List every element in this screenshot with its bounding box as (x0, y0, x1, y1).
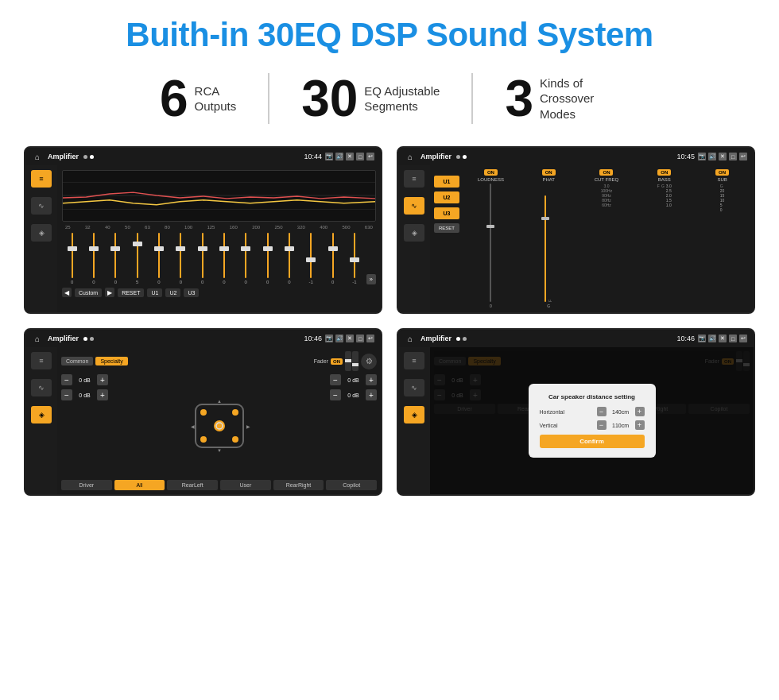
page-title: Buith-in 30EQ DSP Sound System (24, 16, 755, 54)
sub-toggle[interactable]: ON (715, 169, 729, 176)
speaker-icon[interactable]: ◈ (31, 224, 52, 242)
horizontal-minus-button[interactable]: − (597, 407, 607, 416)
dialog-box: Car speaker distance setting Horizontal … (529, 384, 656, 458)
eq-icon-4[interactable]: ≡ (404, 352, 424, 369)
all-button[interactable]: All (114, 480, 165, 490)
eq-fader-11[interactable]: 0 (279, 233, 299, 284)
bass-label: BASS (658, 177, 671, 182)
user-button[interactable]: User (220, 480, 271, 490)
vertical-minus-button[interactable]: − (597, 420, 607, 430)
time-2: 10:45 (676, 153, 695, 160)
rear-right-button[interactable]: RearRight (273, 480, 324, 490)
fader-tabs: Common Specialty (61, 357, 128, 365)
status-dots-4 (456, 337, 467, 341)
channel-bass: ON BASS F G 3.0 2.5 2.0 1.5 1.0 (637, 169, 692, 308)
cutfreq-toggle[interactable]: ON (599, 169, 613, 176)
eq-fader-9[interactable]: 0 (236, 233, 256, 284)
eq-faders: 0 0 0 5 0 0 0 0 0 0 0 -1 0 -1 » (62, 233, 376, 284)
eq-fader-3[interactable]: 0 (106, 233, 126, 284)
next-button[interactable]: ▶ (105, 288, 114, 297)
eq-icon-2[interactable]: ≡ (404, 170, 424, 188)
fader-on-badge: ON (331, 358, 343, 365)
horizontal-value: 140cm (609, 409, 633, 415)
eq-fader-7[interactable]: 0 (192, 233, 212, 284)
loudness-toggle[interactable]: ON (484, 169, 498, 176)
eq-fader-2[interactable]: 0 (83, 233, 103, 284)
vol-plus-1[interactable]: + (97, 374, 108, 385)
crossover-main-area: U1 U2 U3 RESET ON LOUDNESS (430, 165, 754, 312)
settings-icon[interactable]: ⚙ (361, 354, 377, 369)
back-icon-2: ↩ (739, 153, 747, 160)
eq-fader-1[interactable]: 0 (62, 233, 82, 284)
speaker-icon-4[interactable]: ◈ (404, 406, 424, 423)
vertical-plus-button[interactable]: + (635, 420, 645, 430)
vertical-value: 110cm (609, 423, 633, 428)
horizontal-label: Horizontal (540, 409, 565, 415)
vol-minus-1[interactable]: − (61, 374, 72, 385)
vol-minus-4[interactable]: − (330, 389, 341, 400)
eq-fader-10[interactable]: 0 (258, 233, 277, 284)
speaker-icon-3[interactable]: ◈ (31, 406, 52, 423)
vol-plus-3[interactable]: + (366, 374, 377, 385)
vol-minus-3[interactable]: − (330, 374, 341, 385)
dialog-vertical-row: Vertical − 110cm + (540, 420, 645, 430)
specialty-tab[interactable]: Specialty (95, 357, 127, 365)
fader-screen-content: ≡ ∿ ◈ Common Specialty Fader ON (25, 347, 381, 494)
u1-preset[interactable]: U1 (434, 176, 459, 188)
app-name-2: Amplifier (421, 153, 452, 160)
copilot-button[interactable]: Copilot (326, 480, 377, 490)
wave-icon-2[interactable]: ∿ (404, 197, 424, 215)
rear-left-button[interactable]: RearLeft (167, 480, 218, 490)
eq-fader-8[interactable]: 0 (214, 233, 234, 284)
u1-button[interactable]: U1 (147, 288, 162, 297)
page-wrapper: Buith-in 30EQ DSP Sound System 6 RCAOutp… (0, 0, 779, 700)
u3-button[interactable]: U3 (184, 288, 199, 297)
screen-eq: ⌂ Amplifier 10:44 📷 🔊 ✕ □ ↩ (24, 146, 382, 314)
driver-button[interactable]: Driver (61, 480, 112, 490)
stat-eq-number: 30 (301, 73, 358, 124)
u2-preset[interactable]: U2 (434, 191, 459, 203)
eq-fader-5[interactable]: 0 (149, 233, 169, 284)
eq-fader-12[interactable]: -1 (301, 233, 321, 284)
svg-point-7 (232, 436, 238, 443)
vol-plus-2[interactable]: + (97, 389, 108, 400)
custom-preset-button[interactable]: Custom (75, 288, 102, 297)
horizontal-plus-button[interactable]: + (635, 407, 645, 416)
eq-left-sidebar: ≡ ∿ ◈ (25, 165, 57, 312)
u2-button[interactable]: U2 (165, 288, 180, 297)
sub-label: SUB (717, 177, 727, 182)
reset-button[interactable]: RESET (118, 288, 144, 297)
eq-more-button[interactable]: » (366, 274, 376, 284)
svg-point-8 (214, 420, 225, 431)
vol-minus-2[interactable]: − (61, 389, 72, 400)
volume-icon-3: 🔊 (335, 335, 343, 342)
dialog-left-sidebar: ≡ ∿ ◈ (398, 347, 430, 494)
crossover-reset-button[interactable]: RESET (434, 223, 459, 233)
vol-value-3: 0 dB (343, 377, 363, 383)
confirm-button[interactable]: Confirm (540, 435, 645, 448)
screenshots-grid: ⌂ Amplifier 10:44 📷 🔊 ✕ □ ↩ (24, 146, 755, 496)
eq-icon-3[interactable]: ≡ (31, 352, 52, 369)
eq-graph (62, 170, 376, 222)
eq-fader-6[interactable]: 0 (171, 233, 191, 284)
wave-icon[interactable]: ∿ (31, 197, 52, 215)
dialog-horizontal-row: Horizontal − 140cm + (540, 407, 645, 416)
u3-preset[interactable]: U3 (434, 207, 459, 219)
eq-fader-13[interactable]: 0 (323, 233, 343, 284)
eq-fader-4[interactable]: 5 (127, 233, 147, 284)
close-icon-2: ✕ (719, 153, 727, 160)
wave-icon-3[interactable]: ∿ (31, 379, 52, 396)
eq-fader-14[interactable]: -1 (344, 233, 364, 284)
volume-icon: 🔊 (335, 153, 343, 160)
phat-toggle[interactable]: ON (542, 169, 556, 176)
svg-point-6 (200, 436, 207, 443)
prev-button[interactable]: ◀ (62, 288, 72, 297)
vol-plus-4[interactable]: + (366, 389, 377, 400)
volume-icon-2: 🔊 (708, 153, 716, 160)
common-tab[interactable]: Common (61, 357, 93, 365)
speaker-icon-2[interactable]: ◈ (404, 224, 424, 242)
eq-icon[interactable]: ≡ (31, 170, 52, 188)
time-1: 10:44 (304, 153, 322, 160)
wave-icon-4[interactable]: ∿ (404, 379, 424, 396)
bass-toggle[interactable]: ON (657, 169, 671, 176)
